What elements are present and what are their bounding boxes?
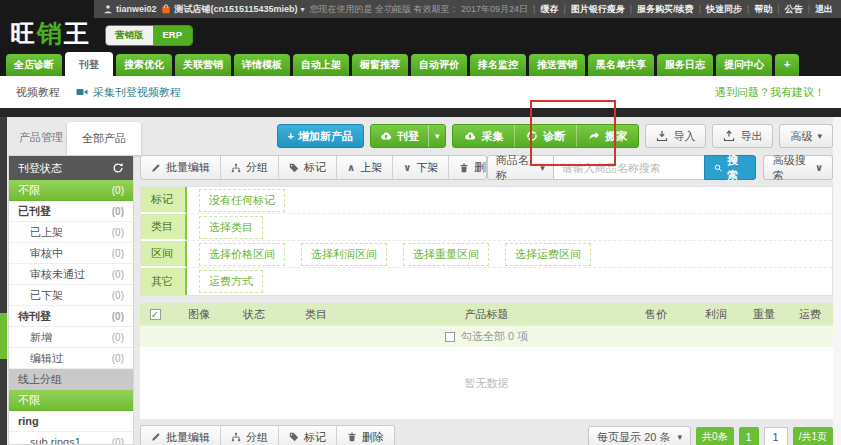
sidebar-item-review-failed[interactable]: 审核未通过 (0) — [9, 264, 133, 285]
license-notice: 您现在使用的是 全功能版 有效期至： 2017年09月24日 — [310, 3, 529, 16]
export-button[interactable]: 导出 — [712, 124, 773, 148]
tab-publish[interactable]: 刊登 — [65, 52, 113, 76]
item-label: 已上架 — [30, 225, 63, 240]
tab-auto-review[interactable]: 自动评价 — [411, 54, 467, 76]
filter-price-range-link[interactable]: 选择价格区间 — [199, 243, 285, 266]
search-button[interactable]: 搜索 — [704, 155, 756, 180]
page-input[interactable] — [764, 427, 788, 445]
search-input[interactable] — [554, 155, 704, 180]
collect-button[interactable]: 采集 — [453, 125, 515, 147]
refresh-icon[interactable] — [112, 162, 124, 174]
col-profit: 利润 — [691, 307, 741, 322]
empty-text: 暂无数据 — [465, 376, 509, 391]
filter-shipping-method-link[interactable]: 运费方式 — [199, 270, 263, 293]
filter-category-link[interactable]: 选择类目 — [199, 216, 263, 239]
sub-bar: 视频教程 采集刊登视频教程 遇到问题？我有建议！ — [0, 76, 841, 108]
chevron-up-icon: ∧ — [347, 162, 355, 173]
page-size-select[interactable]: 每页显示 20 条 ▾ — [588, 426, 691, 445]
sidebar-item-edited[interactable]: 编辑过 (0) — [9, 348, 133, 369]
tab-window-recommend[interactable]: 橱窗推荐 — [352, 54, 408, 76]
sidebar-item-off-shelf[interactable]: 已下架 (0) — [9, 285, 133, 306]
filter-weight-range-link[interactable]: 选择重量区间 — [403, 243, 489, 266]
sidebar-item-status-all[interactable]: 不限 (0) — [9, 180, 133, 201]
topbar-link-help[interactable]: 帮助 — [747, 3, 772, 16]
topbar-link-logout[interactable]: 退出 — [808, 3, 833, 16]
filter-profit-range-link[interactable]: 选择利润区间 — [301, 243, 387, 266]
sidebar-item-published[interactable]: 已刊登 (0) — [9, 201, 133, 222]
tab-blacklist-share[interactable]: 黑名单共享 — [588, 54, 654, 76]
collect-tutorial-label: 采集刊登视频教程 — [93, 85, 181, 100]
filter-freight-range-link[interactable]: 选择运费区间 — [505, 243, 591, 266]
edition-marketing-tab[interactable]: 营销版 — [106, 26, 153, 45]
edition-erp-tab[interactable]: ERP — [153, 26, 193, 45]
sidebar-group-item-sub-rings1[interactable]: sub rings1 (0) — [9, 432, 133, 445]
video-tutorial-label[interactable]: 视频教程 — [16, 85, 60, 100]
sidebar-group-item-ring[interactable]: ring — [9, 411, 133, 432]
tab-auto-shelf[interactable]: 自动上架 — [293, 54, 349, 76]
add-product-button[interactable]: + 增加新产品 — [277, 124, 364, 148]
breadcrumb-label[interactable]: 产品管理 — [19, 131, 63, 143]
tab-rank-monitor[interactable]: 排名监控 — [470, 54, 526, 76]
topbar-link-image-bank[interactable]: 图片银行瘦身 — [563, 3, 624, 16]
sidebar: 刊登状态 不限 (0) 已刊登 (0) 已上架 (0) 审核中 (0) 审核未通… — [8, 155, 134, 445]
collect-tutorial-link[interactable]: 采集刊登视频教程 — [76, 85, 181, 100]
group-button-bottom[interactable]: 分组 — [221, 426, 279, 445]
topbar-user[interactable]: tianwei02 — [103, 4, 157, 14]
publish-caret-button[interactable]: ▾ — [428, 125, 446, 147]
item-label: 待刊登 — [18, 309, 51, 324]
export-label: 导出 — [740, 129, 762, 144]
left-rail-thumb[interactable] — [0, 313, 7, 359]
tab-detail-template[interactable]: 详情模板 — [234, 54, 290, 76]
group-button[interactable]: 分组 — [221, 156, 279, 179]
page-button[interactable]: 1 — [739, 427, 759, 445]
mark-button-bottom[interactable]: 标记 — [279, 426, 337, 445]
tab-related-marketing[interactable]: 关联营销 — [175, 54, 231, 76]
advanced-button[interactable]: 高级 ▾ — [779, 124, 833, 148]
tab-push-marketing[interactable]: 推送营销 — [529, 54, 585, 76]
topbar-link-quick-sync[interactable]: 快速同步 — [699, 3, 742, 16]
tab-add[interactable]: + — [775, 54, 799, 76]
tab-service-log[interactable]: 服务日志 — [657, 54, 713, 76]
right-scroll-rail[interactable] — [833, 117, 841, 445]
delete-button-bottom[interactable]: 删除 — [337, 426, 394, 445]
sidebar-status-header: 刊登状态 — [9, 156, 133, 180]
advanced-search-button[interactable]: 高级搜索 ∨ — [763, 155, 833, 180]
topbar-link-announcement[interactable]: 公告 — [777, 3, 802, 16]
shelf-off-button[interactable]: ∨ 下架 — [393, 156, 449, 179]
search-field-select[interactable]: 商品名称 ▾ — [487, 155, 554, 180]
diagnose-button[interactable]: 诊断 — [515, 125, 577, 147]
cloud-download-icon — [464, 130, 476, 142]
shelf-on-button[interactable]: ∧ 上架 — [337, 156, 393, 179]
topbar-link-cache[interactable]: 缓存 — [533, 3, 558, 16]
topbar-link-purchase[interactable]: 服务购买/续费 — [630, 3, 694, 16]
filter-row-category: 类目 选择类目 — [141, 214, 832, 241]
feedback-link[interactable]: 遇到问题？我有建议！ — [715, 85, 825, 100]
item-count: (0) — [112, 269, 124, 280]
sidebar-item-new[interactable]: 新增 (0) — [9, 327, 133, 348]
search-cluster: 商品名称 ▾ 搜索 高级搜索 ∨ — [487, 155, 833, 180]
tab-search-optimization[interactable]: 搜索优化 — [116, 54, 172, 76]
shelf-off-label: 下架 — [416, 160, 438, 175]
import-button[interactable]: 导入 — [645, 124, 706, 148]
batch-edit-button[interactable]: 批量编辑 — [141, 156, 221, 179]
topbar-shop-selector[interactable]: 测试店铺(cn1515115435mieb) ▾ — [161, 3, 304, 16]
cloud-upload-icon — [380, 130, 392, 142]
sidebar-item-reviewing[interactable]: 审核中 (0) — [9, 243, 133, 264]
tab-shop-diagnosis[interactable]: 全店诊断 — [6, 54, 62, 76]
tab-all-products[interactable]: 全部产品 — [67, 122, 141, 155]
logo-char-3: 王 — [64, 19, 91, 47]
tab-question-center[interactable]: 提问中心 — [716, 54, 772, 76]
filter-no-mark-link[interactable]: 没有任何标记 — [199, 189, 285, 212]
select-all-page-checkbox[interactable] — [445, 332, 455, 342]
sidebar-group-item-all[interactable]: 不限 — [9, 390, 133, 411]
select-all-checkbox[interactable]: ✓ — [150, 309, 161, 320]
caret-down-icon: ▾ — [817, 131, 822, 141]
sidebar-item-on-shelf[interactable]: 已上架 (0) — [9, 222, 133, 243]
publish-button[interactable]: 刊登 — [371, 125, 428, 147]
delete-button[interactable]: 删除 — [449, 156, 487, 179]
batch-edit-button-bottom[interactable]: 批量编辑 — [141, 426, 221, 445]
move-button[interactable]: 搬家 — [577, 125, 638, 147]
total-count-badge: 共0条 — [696, 427, 734, 445]
sidebar-item-pending[interactable]: 待刊登 (0) — [9, 306, 133, 327]
mark-button[interactable]: 标记 — [279, 156, 337, 179]
